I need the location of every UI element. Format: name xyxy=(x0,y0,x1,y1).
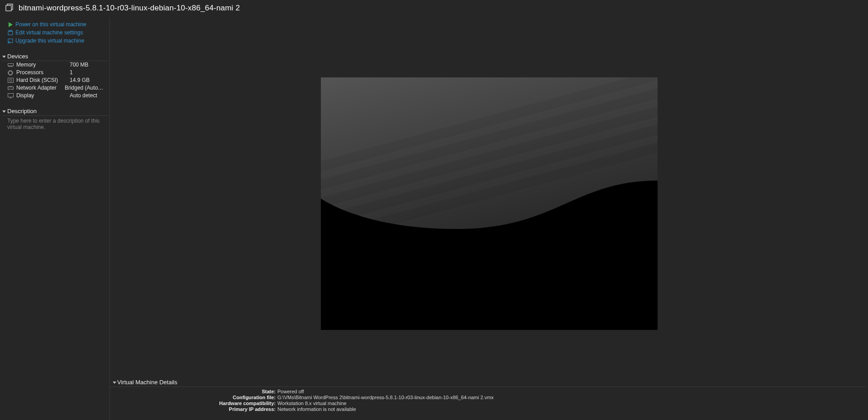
svg-rect-0 xyxy=(6,5,11,11)
device-value: Auto detect xyxy=(70,92,97,100)
vm-preview xyxy=(321,77,658,330)
svg-rect-5 xyxy=(8,63,13,66)
play-icon xyxy=(7,22,14,27)
display-icon xyxy=(7,93,14,98)
description-header[interactable]: Description xyxy=(2,108,108,116)
memory-icon xyxy=(7,63,14,67)
detail-row-hwcompat: Hardware compatibility: Workstation 8.x … xyxy=(110,401,868,406)
device-row-display[interactable]: Display Auto detect xyxy=(2,92,108,100)
edit-settings-link[interactable]: Edit virtual machine settings xyxy=(2,29,108,37)
caret-down-icon xyxy=(2,110,6,113)
svg-rect-9 xyxy=(8,87,13,89)
device-row-memory[interactable]: Memory 700 MB xyxy=(2,61,108,69)
description-title: Description xyxy=(7,108,37,115)
power-on-label: Power on this virtual machine xyxy=(15,21,86,28)
network-icon xyxy=(7,86,14,91)
detail-key: Configuration file: xyxy=(110,395,277,401)
detail-row-config: Configuration file: G:\VMs\Bitnami WordP… xyxy=(110,395,868,401)
device-label: Processors xyxy=(16,69,43,76)
description-input[interactable]: Type here to enter a description of this… xyxy=(2,116,108,130)
settings-icon xyxy=(7,30,14,35)
devices-title: Devices xyxy=(7,53,28,60)
main-pane: Virtual Machine Details State: Powered o… xyxy=(110,18,868,420)
detail-value: Workstation 8.x virtual machine xyxy=(277,401,347,406)
disk-icon xyxy=(7,78,14,83)
detail-row-state: State: Powered off xyxy=(110,389,868,395)
edit-settings-label: Edit virtual machine settings xyxy=(15,29,83,36)
device-label: Network Adapter xyxy=(16,84,57,92)
power-on-link[interactable]: Power on this virtual machine xyxy=(2,20,108,29)
detail-value: Network information is not available xyxy=(277,406,356,412)
device-value: 14.9 GB xyxy=(70,76,90,84)
device-value: 700 MB xyxy=(70,61,88,69)
cpu-icon xyxy=(7,70,14,76)
caret-down-icon xyxy=(113,379,116,386)
device-label: Memory xyxy=(16,61,36,69)
detail-value: G:\VMs\Bitnami WordPress 2\bitnami-wordp… xyxy=(277,395,494,401)
svg-rect-7 xyxy=(8,78,13,83)
detail-row-ip: Primary IP address: Network information … xyxy=(110,406,868,412)
svg-rect-2 xyxy=(9,30,12,31)
device-row-processors[interactable]: Processors 1 xyxy=(2,69,108,76)
svg-point-8 xyxy=(9,79,11,81)
detail-key: State: xyxy=(110,389,277,395)
detail-key: Hardware compatibility: xyxy=(110,401,277,406)
device-label: Hard Disk (SCSI) xyxy=(16,76,58,84)
upgrade-link[interactable]: Upgrade this virtual machine xyxy=(2,37,108,45)
content: Power on this virtual machine Edit virtu… xyxy=(0,18,868,420)
vm-icon xyxy=(5,3,14,13)
detail-value: Powered off xyxy=(277,389,304,395)
caret-down-icon xyxy=(2,55,6,58)
svg-rect-6 xyxy=(9,71,12,74)
device-row-harddisk[interactable]: Hard Disk (SCSI) 14.9 GB xyxy=(2,76,108,84)
vm-details: Virtual Machine Details State: Powered o… xyxy=(110,375,868,420)
device-row-network[interactable]: Network Adapter Bridged (Automat... xyxy=(2,84,108,92)
vm-details-header[interactable]: Virtual Machine Details xyxy=(110,379,865,387)
device-value: 1 xyxy=(70,69,73,76)
svg-rect-1 xyxy=(8,31,13,35)
upgrade-icon xyxy=(7,38,14,43)
title-bar: bitnami-wordpress-5.8.1-10-r03-linux-deb… xyxy=(0,0,868,18)
detail-key: Primary IP address: xyxy=(110,406,277,412)
preview-area xyxy=(110,18,868,375)
devices-header[interactable]: Devices xyxy=(2,53,108,61)
vm-title: bitnami-wordpress-5.8.1-10-r03-linux-deb… xyxy=(19,4,240,13)
sidebar: Power on this virtual machine Edit virtu… xyxy=(0,18,110,420)
device-label: Display xyxy=(16,92,34,100)
device-value: Bridged (Automat... xyxy=(65,84,108,92)
vm-details-title: Virtual Machine Details xyxy=(117,379,177,386)
upgrade-label: Upgrade this virtual machine xyxy=(15,37,84,44)
svg-rect-10 xyxy=(8,94,13,97)
